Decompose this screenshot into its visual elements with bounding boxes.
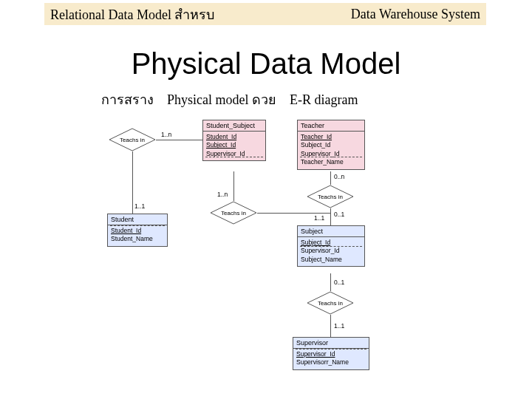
page-title: Physical Data Model xyxy=(0,47,532,81)
relationship-label: Teachs in xyxy=(210,201,257,225)
cardinality: 0..1 xyxy=(334,211,344,218)
entity-title: Teacher xyxy=(298,120,364,132)
entity-field: Subject_Name xyxy=(301,256,361,264)
entity-field: Supervisorr_Name xyxy=(296,358,366,366)
edge xyxy=(330,273,331,291)
edge xyxy=(156,140,202,140)
entity-field: Supervisor_Id xyxy=(296,350,366,358)
entity-title: Supervisor xyxy=(293,338,369,349)
entity-student-subject: Student_Subject Student_Id Subject_Id Su… xyxy=(202,120,266,161)
edge xyxy=(132,151,133,214)
entity-field: Subject_Id xyxy=(206,141,262,149)
header-banner: Relational Data Model สำหรบ Data Warehou… xyxy=(44,3,486,25)
separator xyxy=(296,349,366,349)
subtitle-part-a: การสราง xyxy=(101,92,154,107)
cardinality: 1..1 xyxy=(334,322,344,330)
relationship-label: Teachs in xyxy=(307,291,354,315)
separator xyxy=(300,157,362,157)
edge xyxy=(233,171,234,201)
cardinality: 0..1 xyxy=(334,279,344,286)
page-subtitle: การสราง Physical model ดวย E-R diagram xyxy=(101,89,358,110)
relationship-label: Teachs in xyxy=(307,185,354,208)
entity-title: Student xyxy=(108,214,167,225)
entity-fields: Supervisor_Id Supervisorr_Name xyxy=(293,349,369,369)
cardinality: 1..n xyxy=(217,191,228,198)
entity-subject: Subject Subject_Id Supervisor_Id Subject… xyxy=(297,225,365,267)
entity-field: Student_Id xyxy=(206,133,262,141)
edge xyxy=(330,171,331,185)
entity-teacher: Teacher Teacher_Id Subject_Id Supervisor… xyxy=(297,120,365,170)
cardinality: 1..1 xyxy=(134,202,145,210)
relationship-label: Teachs in xyxy=(109,128,156,151)
cardinality: 1..1 xyxy=(314,214,324,222)
entity-fields: Student_Id Student_Name xyxy=(108,225,167,246)
relationship-diamond: Teachs in xyxy=(307,185,354,208)
separator xyxy=(300,246,362,247)
entity-field: Teacher_Id xyxy=(301,133,361,141)
banner-left: Relational Data Model สำหรบ xyxy=(50,4,214,25)
separator xyxy=(205,157,263,157)
entity-field: Student_Name xyxy=(111,235,164,243)
entity-fields: Subject_Id Supervisor_Id Subject_Name xyxy=(298,237,364,266)
entity-field: Subject_Id xyxy=(301,141,361,149)
edge xyxy=(330,208,331,225)
subtitle-part-b: Physical model ดวย xyxy=(167,92,276,107)
entity-fields: Teacher_Id Subject_Id Supervisor_Id Teac… xyxy=(298,132,364,169)
relationship-diamond: Teachs in xyxy=(307,291,354,315)
banner-right: Data Warehouse System xyxy=(351,7,480,22)
subtitle-part-c: E-R diagram xyxy=(290,92,358,107)
er-diagram: Teachs in Teachs in Teachs in Teachs in … xyxy=(106,112,426,387)
cardinality: 1..n xyxy=(161,131,171,138)
entity-student: Student Student_Id Student_Name xyxy=(107,214,168,247)
entity-fields: Student_Id Subject_Id Supervisor_Id xyxy=(203,132,265,160)
relationship-diamond: Teachs in xyxy=(210,201,257,225)
edge xyxy=(257,213,330,214)
entity-supervisor: Supervisor Supervisor_Id Supervisorr_Nam… xyxy=(293,337,369,370)
relationship-diamond: Teachs in xyxy=(109,128,156,151)
edge xyxy=(330,315,331,337)
separator xyxy=(110,225,165,226)
entity-field: Teacher_Name xyxy=(301,158,361,166)
entity-title: Subject xyxy=(298,226,364,237)
entity-field: Student_Id xyxy=(111,227,164,235)
entity-title: Student_Subject xyxy=(203,120,265,132)
entity-field: Supervisor_Id xyxy=(301,247,361,255)
cardinality: 0..n xyxy=(334,173,344,180)
